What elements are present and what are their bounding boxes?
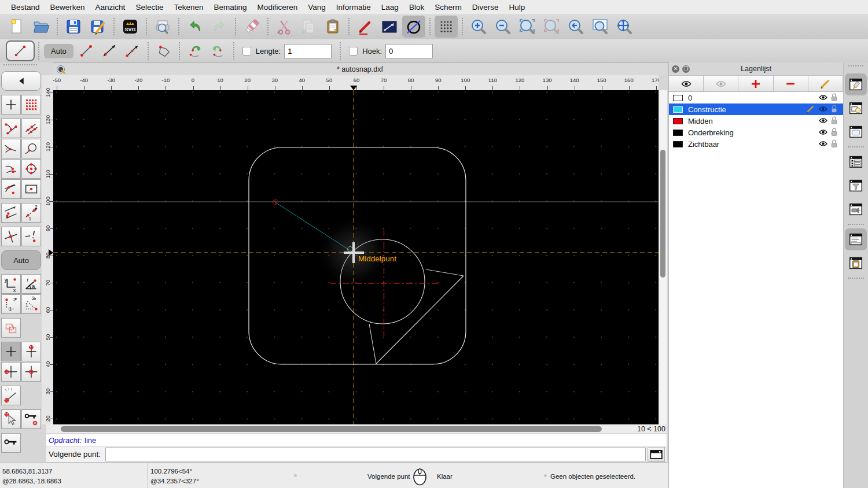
snap-endpoints-button[interactable] [1,119,21,138]
line-tool-button[interactable] [378,16,401,38]
copy-button[interactable]: + [297,16,320,38]
restrict-directions-button[interactable] [1,203,21,223]
snap-tangent-button[interactable] [1,179,21,199]
menu-vang[interactable]: Vang [303,3,331,12]
zoom-prev-button[interactable] [564,16,587,38]
key-lock-button[interactable] [1,433,21,453]
grid-toggle-button[interactable] [435,16,458,38]
open-folder-button[interactable] [30,16,53,38]
cut-button[interactable]: + [273,16,296,38]
horizontal-scrollbar-thumb[interactable] [61,426,602,432]
line-arrow-button[interactable] [121,40,144,61]
circle-tool-button[interactable] [402,16,425,38]
save-button[interactable] [62,16,85,38]
horizontal-scrollbar[interactable]: 10 < 100 [46,424,667,434]
coord-polar-button[interactable]: ra [21,274,41,294]
layer-row-midden[interactable]: Midden [669,115,843,127]
segment-redo-button[interactable] [207,40,230,61]
layer-lock-icon[interactable] [829,93,839,102]
dock-command-toggle-button[interactable] [845,228,867,250]
menu-bewerken[interactable]: Bewerken [45,3,90,12]
zoom-window-button[interactable] [589,16,612,38]
eraser-button[interactable] [240,16,263,38]
restrict-nothing-button[interactable] [1,342,21,361]
palette-drag-handle[interactable] [3,64,37,69]
snap-intersection-manual-button[interactable] [21,227,41,246]
angle-input[interactable] [385,44,433,58]
layer-row-onderbreking[interactable]: Onderbreking [669,127,843,138]
layer-visibility-icon[interactable] [818,139,828,149]
menu-modificeren[interactable]: Modificeren [252,3,303,12]
rel-polar-button[interactable]: 12 [21,294,41,314]
menu-tekenen[interactable]: Tekenen [168,3,208,12]
new-file-button[interactable] [5,16,28,38]
snap-grid-button[interactable] [21,95,41,114]
menu-bemating[interactable]: Bemating [208,3,252,12]
segment-undo-button[interactable] [183,40,207,61]
vertical-scrollbar-thumb[interactable] [660,150,665,278]
snap-middle-button[interactable] [21,179,41,199]
collapse-left-button[interactable] [1,71,41,91]
snap-perpendicular-button[interactable] [1,139,21,158]
layer-row-constructie[interactable]: Constructie [669,103,843,115]
dock-block-toggle-button[interactable] [845,97,867,119]
line-2p-button[interactable] [75,40,98,61]
remove-layer-button[interactable] [774,76,808,91]
line-angle-button[interactable] [98,40,121,61]
dock-clipboard-toggle-button[interactable] [845,252,867,274]
menu-selectie[interactable]: Selectie [130,3,168,12]
layer-row-0[interactable]: 0 [669,92,843,103]
active-line-tool-button[interactable] [6,40,35,61]
layer-lock-icon[interactable] [829,139,839,149]
svg-export-button[interactable]: SVG [119,16,142,38]
length-checkbox[interactable] [242,47,251,56]
drawing-canvas[interactable]: Middelpunt [53,90,659,424]
restrict-horizontal-button[interactable] [1,362,21,382]
snap-tangent-point-button[interactable] [21,139,41,158]
menu-hulp[interactable]: Hulp [503,3,530,12]
length-input[interactable] [284,44,332,58]
layer-edit-icon[interactable] [806,104,815,114]
layer-lock-icon[interactable] [829,104,839,114]
undo-button[interactable] [183,16,207,38]
polyline-tool-button[interactable] [152,40,175,61]
paste-button[interactable] [321,16,344,38]
auto-snap-button[interactable]: Auto [1,250,41,270]
snap-relative-zero-button[interactable] [1,409,21,429]
command-options-button[interactable] [648,447,665,462]
zoom-in-button[interactable] [467,16,490,38]
restrict-orthogonal-button[interactable] [21,362,41,382]
hide-all-layers-button[interactable] [704,76,738,91]
dock-drag-handle[interactable] [848,65,863,70]
vertical-scrollbar[interactable] [659,90,667,424]
menu-bestand[interactable]: Bestand [6,3,45,12]
snap-intersection-button[interactable] [1,227,21,246]
snap-free-button[interactable] [1,95,21,114]
add-layer-button[interactable] [738,76,773,91]
layer-visibility-icon[interactable] [818,104,828,114]
snap-center-button[interactable] [21,159,41,179]
menu-laag[interactable]: Laag [376,3,404,12]
dock-filter-toggle-button[interactable] [845,175,867,197]
pen-red-button[interactable] [354,16,377,38]
zoom-auto-button[interactable] [516,16,539,38]
layer-visibility-icon[interactable] [818,116,828,125]
dock-pen-toggle-button[interactable] [845,73,867,95]
rel-cartesian-button[interactable]: 12 [1,294,21,314]
auto-mode-button[interactable]: Auto [44,44,73,58]
menu-informatie[interactable]: Informatie [331,3,376,12]
layer-lock-icon[interactable] [829,116,839,125]
menu-aanzicht[interactable]: Aanzicht [90,3,131,12]
layer-visibility-icon[interactable] [818,127,828,137]
show-all-layers-button[interactable] [669,76,704,91]
dock-list-toggle-button[interactable] [845,151,867,173]
layer-visibility-icon[interactable] [818,93,828,102]
layer-row-zichtbaar[interactable]: Zichtbaar [669,138,843,150]
angle-checkbox[interactable] [349,47,358,56]
menu-diverse[interactable]: Diverse [467,3,504,12]
snap-on-entity-button[interactable] [21,119,41,138]
dock-library-toggle-button[interactable] [845,121,867,143]
save-as-button[interactable] [86,16,109,38]
menu-blok[interactable]: Blok [404,3,429,12]
print-preview-button[interactable] [151,16,174,38]
